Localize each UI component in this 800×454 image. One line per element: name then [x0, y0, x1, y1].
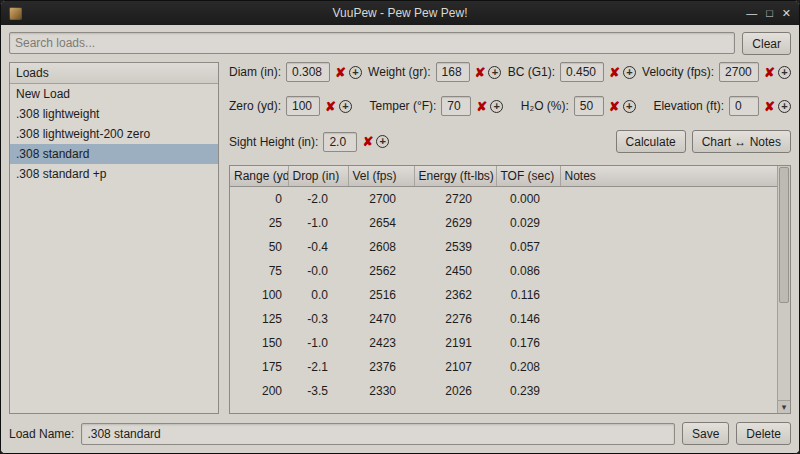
list-item[interactable]: New Load: [10, 84, 218, 104]
temper-clear-x-icon[interactable]: ✘: [476, 100, 487, 113]
h2o-clear-x-icon[interactable]: ✘: [609, 100, 620, 113]
sight-row-3: Sight Height (in): ✘ + Calculate Chart ↔…: [229, 130, 791, 153]
field-weight: Weight (gr): ✘ +: [368, 62, 501, 82]
col-header-vel[interactable]: Vel (fps): [348, 166, 414, 187]
h2o-add-plus-icon[interactable]: +: [623, 100, 636, 113]
temper-add-plus-icon[interactable]: +: [490, 100, 503, 113]
table-row[interactable]: 50 -0.4 2608 2539 0.057: [230, 235, 777, 259]
window-controls: — □ ✕: [746, 8, 791, 19]
field-velocity: Velocity (fps): ✘ +: [642, 62, 791, 82]
chart-notes-button[interactable]: Chart ↔ Notes: [692, 130, 791, 153]
cell-tof: 0.176: [496, 331, 560, 355]
cell-range: 150: [230, 331, 288, 355]
weight-clear-x-icon[interactable]: ✘: [475, 66, 486, 79]
scrollbar-thumb[interactable]: [779, 167, 789, 303]
bc-clear-x-icon[interactable]: ✘: [609, 66, 620, 79]
diam-add-plus-icon[interactable]: +: [349, 66, 362, 79]
cell-range: 0: [230, 187, 288, 212]
sight-height-input[interactable]: [323, 132, 357, 152]
elevation-label: Elevation (ft):: [653, 99, 724, 113]
table-row[interactable]: 0 -2.0 2700 2720 0.000: [230, 187, 777, 212]
results-tbody: 0 -2.0 2700 2720 0.000 25 -1.0 2654 2629…: [230, 187, 777, 404]
cell-tof: 0.208: [496, 355, 560, 379]
minimize-icon[interactable]: —: [746, 8, 757, 19]
col-header-drop[interactable]: Drop (in): [288, 166, 348, 187]
scroll-down-icon[interactable]: ▾: [778, 400, 790, 413]
velocity-input[interactable]: [719, 62, 759, 82]
clear-search-button[interactable]: Clear: [742, 32, 791, 55]
cell-tof: 0.116: [496, 283, 560, 307]
zero-clear-x-icon[interactable]: ✘: [325, 100, 336, 113]
cell-vel: 2608: [348, 235, 414, 259]
list-item[interactable]: .308 standard: [10, 144, 218, 164]
cell-vel: 2700: [348, 187, 414, 212]
cell-tof: 0.000: [496, 187, 560, 212]
loads-header: Loads: [10, 63, 218, 84]
save-button[interactable]: Save: [682, 422, 729, 445]
table-row[interactable]: 75 -0.0 2562 2450 0.086: [230, 259, 777, 283]
list-item[interactable]: .308 lightweight: [10, 104, 218, 124]
load-name-bar: Load Name: Save Delete: [9, 422, 791, 445]
maximize-icon[interactable]: □: [766, 8, 773, 19]
load-name-input[interactable]: [81, 423, 675, 445]
table-row[interactable]: 175 -2.1 2376 2107 0.208: [230, 355, 777, 379]
diam-input[interactable]: [286, 62, 330, 82]
load-name-label: Load Name:: [9, 427, 74, 441]
cell-vel: 2516: [348, 283, 414, 307]
velocity-add-plus-icon[interactable]: +: [778, 66, 791, 79]
table-row[interactable]: 150 -1.0 2423 2191 0.176: [230, 331, 777, 355]
table-row[interactable]: 200 -3.5 2330 2026 0.239: [230, 379, 777, 403]
load-item-label: New Load: [16, 87, 70, 101]
calculate-button[interactable]: Calculate: [616, 130, 686, 153]
table-row[interactable]: 100 0.0 2516 2362 0.116: [230, 283, 777, 307]
delete-button[interactable]: Delete: [736, 422, 791, 445]
bc-input[interactable]: [560, 62, 604, 82]
diam-label: Diam (in):: [229, 65, 281, 79]
close-icon[interactable]: ✕: [782, 8, 791, 19]
h2o-label: H₂O (%):: [521, 99, 569, 113]
sight-height-add-plus-icon[interactable]: +: [376, 135, 389, 148]
cell-energy: 2276: [414, 307, 496, 331]
zero-add-plus-icon[interactable]: +: [339, 100, 352, 113]
cell-energy: 2539: [414, 235, 496, 259]
cell-energy: 2191: [414, 331, 496, 355]
cell-drop: 0.0: [288, 283, 348, 307]
col-header-range[interactable]: Range (yd): [230, 166, 288, 187]
h2o-input[interactable]: [574, 96, 604, 116]
cell-drop: -0.3: [288, 307, 348, 331]
elevation-input[interactable]: [729, 96, 759, 116]
cell-energy: 2362: [414, 283, 496, 307]
list-item[interactable]: .308 lightweight-200 zero: [10, 124, 218, 144]
sight-height-label: Sight Height (in):: [229, 135, 318, 149]
weight-input[interactable]: [436, 62, 470, 82]
load-item-label: .308 lightweight: [16, 107, 99, 121]
search-input[interactable]: [9, 32, 735, 54]
col-header-energy[interactable]: Energy (ft-lbs): [414, 166, 496, 187]
bc-add-plus-icon[interactable]: +: [623, 66, 636, 79]
table-row[interactable]: 25 -1.0 2654 2629 0.029: [230, 211, 777, 235]
main-panel: Diam (in): ✘ + Weight (gr): ✘ + BC (G1):: [229, 62, 791, 414]
velocity-clear-x-icon[interactable]: ✘: [764, 66, 775, 79]
load-item-label: .308 standard +p: [16, 167, 106, 181]
table-scrollbar[interactable]: ▾: [777, 166, 790, 413]
zero-input[interactable]: [286, 96, 320, 116]
cell-notes: [560, 187, 777, 212]
elevation-clear-x-icon[interactable]: ✘: [764, 100, 775, 113]
table-row[interactable]: 125 -0.3 2470 2276 0.146: [230, 307, 777, 331]
cell-notes: [560, 307, 777, 331]
cell-notes: [560, 235, 777, 259]
cell-vel: 2376: [348, 355, 414, 379]
cell-range: 25: [230, 211, 288, 235]
cell-energy: 2720: [414, 187, 496, 212]
temper-input[interactable]: [441, 96, 471, 116]
col-header-tof[interactable]: TOF (sec): [496, 166, 560, 187]
weight-add-plus-icon[interactable]: +: [488, 66, 501, 79]
cell-tof: 0.146: [496, 307, 560, 331]
cell-drop: -1.0: [288, 211, 348, 235]
col-header-notes[interactable]: Notes: [560, 166, 777, 187]
diam-clear-x-icon[interactable]: ✘: [335, 66, 346, 79]
elevation-add-plus-icon[interactable]: +: [778, 100, 791, 113]
titlebar: VuuPew - Pew Pew Pew! — □ ✕: [1, 1, 799, 25]
list-item[interactable]: .308 standard +p: [10, 164, 218, 184]
sight-height-clear-x-icon[interactable]: ✘: [362, 135, 373, 148]
